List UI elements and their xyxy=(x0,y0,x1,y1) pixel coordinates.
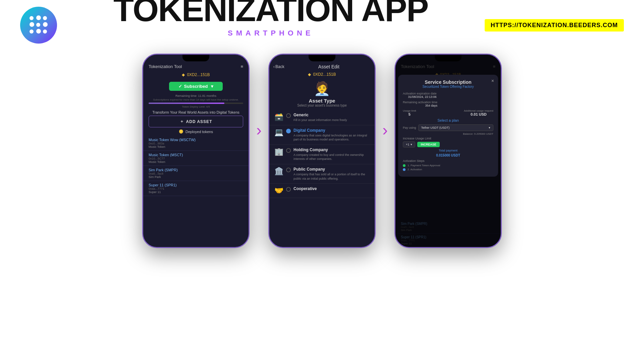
digital-icon: 💻 xyxy=(274,128,283,137)
dropdown-icon: ▾ xyxy=(489,126,490,129)
arrow-1: › xyxy=(250,121,268,139)
asset-option-cooperative[interactable]: 🤝 Cooperative xyxy=(269,184,375,198)
additional-req-label: Additional usage request xyxy=(464,109,493,112)
add-asset-button[interactable]: ＋ ADD ASSET xyxy=(149,116,243,127)
token-item[interactable]: Music Token (MSCT) 0x10...5C77 Music Tok… xyxy=(143,151,249,166)
additional-req-value: 0.01 USD xyxy=(464,112,493,116)
digital-desc: A company that uses digital technologies… xyxy=(293,133,370,142)
logo-dot xyxy=(30,29,34,34)
main-title: TOKENIZATION APP xyxy=(113,0,428,26)
phone-2: ‹ Back Asset Edit ◆ 0XD2...151B 🧑‍💼 Asse… xyxy=(268,54,376,248)
cooperative-title: Cooperative xyxy=(293,186,370,191)
check-icon: ✓ xyxy=(178,84,182,89)
back-button[interactable]: ‹ Back xyxy=(273,64,284,69)
phone-3-screen: Tokenization Tool ≡ ◆ 0XD2...151B × Serv… xyxy=(395,55,501,247)
holding-icon: 🏢 xyxy=(274,147,283,156)
subscribed-button[interactable]: ✓ Subscribed ▾ xyxy=(169,82,223,91)
usage-limit-value: 5 xyxy=(403,112,416,116)
phone-3: Tokenization Tool ≡ ◆ 0XD2...151B × Serv… xyxy=(394,54,502,248)
generic-icon: 🗃️ xyxy=(274,113,283,121)
remaining-time: Remaining time: 11.81 months xyxy=(143,94,249,98)
phone2-header: ‹ Back Asset Edit xyxy=(269,61,375,71)
url-badge[interactable]: HTTPS://TOKENIZATION.BEEDERS.COM xyxy=(485,19,624,32)
cooperative-content: Cooperative xyxy=(293,186,370,191)
phones-container: Tokenization Tool ≡ ◆ 0XD2...151B ✓ Subs… xyxy=(0,54,644,248)
generic-radio[interactable] xyxy=(286,113,291,118)
logo-dot xyxy=(43,29,47,34)
phone1-header: Tokenization Tool ≡ xyxy=(143,61,249,71)
asset-option-holding[interactable]: 🏢 Holding Company A company created to b… xyxy=(269,145,375,164)
phone1-title: Tokenization Tool xyxy=(149,64,182,69)
modal-title: Service Subscription xyxy=(403,79,493,85)
subscribed-label: Subscribed xyxy=(184,84,208,89)
remaining-act-value: 354 days xyxy=(403,104,437,107)
increase-label: Increase Usage Limit xyxy=(403,137,431,140)
token-item[interactable]: Sim Park (SMPR) 0xa5...fac8 Sim Park xyxy=(143,166,249,181)
generic-content: Generic Fill in your asset information m… xyxy=(293,113,370,122)
digital-radio[interactable] xyxy=(286,129,291,133)
menu-icon[interactable]: ≡ xyxy=(240,64,243,69)
logo-dot xyxy=(36,15,41,20)
logo-dot xyxy=(43,16,47,20)
asset-option-generic[interactable]: 🗃️ Generic Fill in your asset informatio… xyxy=(269,110,375,125)
usage-row: Usage limit 5 Additional usage request 0… xyxy=(403,109,493,116)
step-2-label: 2. Activation xyxy=(408,168,422,171)
balance-text: Balance: 9.205000 USDT xyxy=(403,132,493,135)
phone-2-screen: ‹ Back Asset Edit ◆ 0XD2...151B 🧑‍💼 Asse… xyxy=(269,55,375,247)
generic-title: Generic xyxy=(293,113,370,117)
deploy-limit: Token Deploy Limit: 4/5 xyxy=(143,105,249,108)
total-payment-label: Total payment xyxy=(403,149,493,152)
public-icon: 🏛️ xyxy=(274,167,283,176)
logo-dot xyxy=(30,22,34,27)
public-desc: A company that has sold all or a portion… xyxy=(293,172,370,181)
increase-button[interactable]: INCREASE xyxy=(417,142,440,147)
remaining-act-label: Remaining activation time xyxy=(403,101,437,104)
total-payment-value: 0.015000 USDT xyxy=(403,154,493,157)
pay-select[interactable]: Tether USDT (USDT) ▾ xyxy=(418,124,493,131)
warning-text: Subscriptions expired for more than 14 d… xyxy=(143,98,249,101)
token-name: Super 11 (SPR1) xyxy=(149,183,243,187)
public-content: Public Company A company that has sold a… xyxy=(293,167,370,181)
wallet2-row: ◆ 0XD2...151B xyxy=(269,71,375,78)
token-addr: 0x10...5C77 xyxy=(149,157,243,160)
asset-option-public[interactable]: 🏛️ Public Company A company that has sol… xyxy=(269,164,375,184)
step-1-dot xyxy=(403,164,406,167)
modal-close-button[interactable]: × xyxy=(491,78,494,83)
token-addr: 0xa5...fac8 xyxy=(149,172,243,175)
asset-type-title: Asset Type xyxy=(269,98,375,104)
logo xyxy=(20,7,57,44)
logo-dot xyxy=(30,16,34,20)
deployed-text: Deployed tokens xyxy=(185,130,213,134)
token-type: Music Token xyxy=(149,145,243,148)
activation-exp-value: 31/08/2024, 22:13:06 xyxy=(403,95,437,99)
dropdown-arrow: ▾ xyxy=(211,84,213,89)
pay-label: Pay using xyxy=(403,126,416,129)
plus-icon: ＋ xyxy=(180,119,184,124)
token-item[interactable]: Music Token Wow (MSCTW) 0xc0...983a Musi… xyxy=(143,136,249,151)
steps-title: Activation Steps xyxy=(403,159,493,163)
phone-1-notch xyxy=(182,55,209,61)
holding-radio[interactable] xyxy=(286,148,291,153)
holding-desc: A company created to buy and control the… xyxy=(293,153,370,161)
usage-limit-label: Usage limit xyxy=(403,109,416,112)
increase-stepper[interactable]: +1 ▾ xyxy=(403,141,415,147)
pay-value: Tether USDT (USDT) xyxy=(421,126,450,129)
deployed-tokens-label: 🪙 Deployed tokens xyxy=(143,129,249,134)
select-plan-link[interactable]: Select a plan xyxy=(403,118,493,122)
logo-dots xyxy=(30,16,48,35)
step-2-dot xyxy=(403,168,406,171)
cooperative-radio[interactable] xyxy=(286,187,291,192)
header: TOKENIZATION APP SMARTPHONE HTTPS://TOKE… xyxy=(0,0,644,44)
holding-title: Holding Company xyxy=(293,147,370,152)
activation-exp-row: Activation expiration date 31/08/2024, 2… xyxy=(403,92,493,99)
public-radio[interactable] xyxy=(286,168,291,172)
modal-subtitle: Securitized Token Offering Factory xyxy=(403,85,493,88)
token-name: Music Token Wow (MSCTW) xyxy=(149,138,243,142)
progress-bar-container xyxy=(149,103,243,104)
token-name: Music Token (MSCT) xyxy=(149,153,243,157)
asset-option-digital[interactable]: 💻 Digital Company A company that uses di… xyxy=(269,125,375,145)
wallet-address: 0XD2...151B xyxy=(187,72,210,77)
token-item[interactable]: Super 11 (SPR1) 0xaa...7771 Super 11 xyxy=(143,181,249,196)
additional-req-box: Additional usage request 0.01 USD xyxy=(464,109,493,116)
activation-exp-label: Activation expiration date xyxy=(403,92,437,95)
